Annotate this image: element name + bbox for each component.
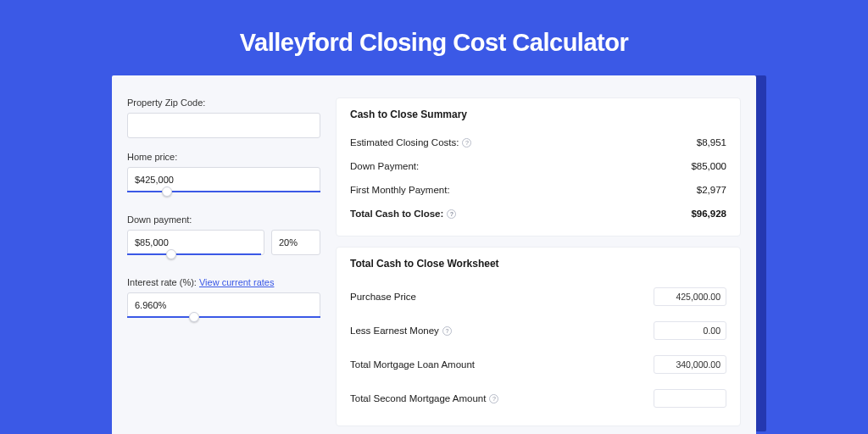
zip-input[interactable]: [127, 113, 320, 138]
help-icon[interactable]: ?: [489, 394, 498, 403]
zip-label: Property Zip Code:: [127, 97, 320, 108]
summary-value: $96,928: [691, 209, 726, 219]
home-price-field: Home price:: [127, 152, 320, 201]
down-payment-pct-input[interactable]: [271, 230, 320, 255]
worksheet-title: Total Cash to Close Worksheet: [350, 258, 726, 270]
interest-rate-slider[interactable]: [127, 318, 320, 326]
worksheet-input[interactable]: [654, 287, 726, 306]
home-price-slider[interactable]: [127, 192, 320, 201]
summary-label: Estimated Closing Costs:: [350, 137, 459, 147]
view-rates-link[interactable]: View current rates: [199, 277, 274, 287]
down-payment-input[interactable]: [127, 230, 264, 255]
worksheet-label: Total Second Mortgage Amount: [350, 393, 486, 403]
summary-value: $2,977: [697, 185, 726, 195]
calculator-wrap: Property Zip Code: Home price: Down paym…: [112, 75, 756, 434]
slider-track: [127, 191, 320, 192]
summary-value: $85,000: [691, 161, 726, 171]
worksheet-row-purchase-price: Purchase Price: [350, 280, 726, 314]
results-column: Cash to Close Summary Estimated Closing …: [336, 97, 741, 434]
help-icon[interactable]: ?: [462, 138, 471, 147]
worksheet-input[interactable]: [654, 321, 726, 340]
calculator-card: Property Zip Code: Home price: Down paym…: [112, 75, 756, 434]
interest-rate-label-text: Interest rate (%):: [127, 277, 197, 287]
worksheet-row-mortgage-amount: Total Mortgage Loan Amount: [350, 348, 726, 381]
slider-thumb[interactable]: [166, 249, 176, 259]
summary-panel: Cash to Close Summary Estimated Closing …: [336, 97, 741, 236]
home-price-input[interactable]: [127, 167, 320, 192]
slider-track: [127, 253, 261, 255]
zip-field: Property Zip Code:: [127, 97, 320, 138]
help-icon[interactable]: ?: [442, 326, 452, 336]
home-price-label: Home price:: [127, 152, 320, 162]
slider-track: [127, 316, 320, 318]
page-title: Valleyford Closing Cost Calculator: [0, 0, 868, 75]
slider-thumb[interactable]: [162, 186, 172, 197]
down-payment-label: Down payment:: [127, 214, 320, 225]
worksheet-input[interactable]: [654, 389, 726, 408]
summary-value: $8,951: [697, 137, 726, 147]
summary-label: Total Cash to Close:: [350, 209, 443, 219]
interest-rate-field: Interest rate (%): View current rates: [127, 277, 320, 326]
summary-row-first-payment: First Monthly Payment: $2,977: [350, 178, 726, 202]
summary-label: First Monthly Payment:: [350, 185, 450, 195]
worksheet-row-second-mortgage: Total Second Mortgage Amount ?: [350, 381, 726, 415]
worksheet-panel: Total Cash to Close Worksheet Purchase P…: [336, 247, 741, 426]
interest-rate-input[interactable]: [127, 292, 320, 318]
summary-row-closing-costs: Estimated Closing Costs: ? $8,951: [350, 131, 726, 154]
down-payment-field: Down payment:: [127, 214, 320, 264]
interest-rate-label: Interest rate (%): View current rates: [127, 277, 320, 287]
summary-row-total: Total Cash to Close: ? $96,928: [350, 202, 726, 225]
help-icon[interactable]: ?: [447, 209, 456, 219]
worksheet-row-earnest-money: Less Earnest Money ?: [350, 314, 726, 348]
summary-label: Down Payment:: [350, 161, 419, 171]
inputs-column: Property Zip Code: Home price: Down paym…: [127, 97, 320, 434]
worksheet-label: Purchase Price: [350, 292, 416, 302]
slider-thumb[interactable]: [189, 312, 199, 322]
down-payment-slider[interactable]: [127, 255, 320, 264]
worksheet-label: Less Earnest Money: [350, 326, 439, 336]
summary-row-down-payment: Down Payment: $85,000: [350, 154, 726, 178]
summary-title: Cash to Close Summary: [350, 108, 726, 120]
worksheet-input[interactable]: [654, 355, 726, 374]
worksheet-label: Total Mortgage Loan Amount: [350, 359, 475, 370]
